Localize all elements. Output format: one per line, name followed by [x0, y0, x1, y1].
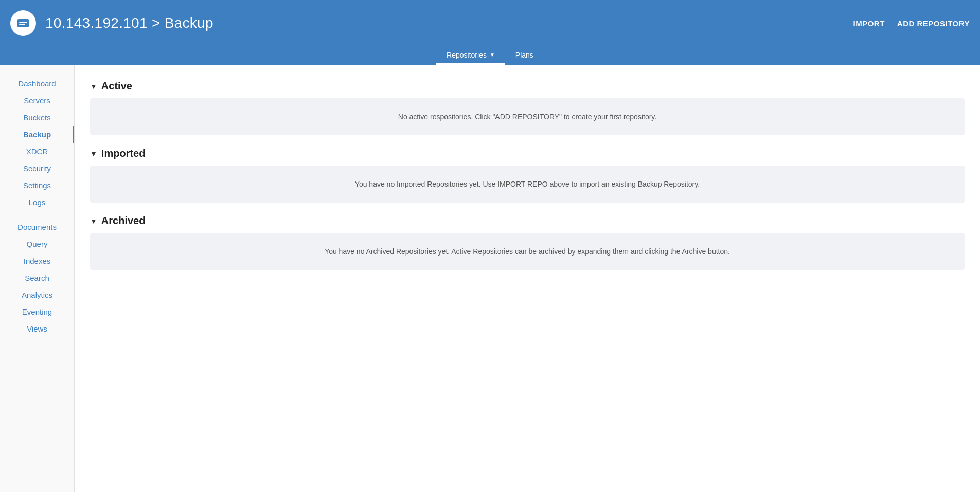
sidebar-divider: [0, 215, 74, 215]
tab-repositories[interactable]: Repositories ▼: [436, 46, 505, 65]
top-bar-actions: IMPORT ADD REPOSITORY: [853, 19, 970, 28]
active-collapse-icon[interactable]: ▼: [90, 82, 97, 90]
sidebar-item-security[interactable]: Security: [0, 160, 74, 177]
active-section: ▼ Active No active respositories. Click …: [90, 80, 965, 135]
sidebar-main-section: Dashboard Servers Buckets Backup XDCR Se…: [0, 75, 74, 211]
logo: [10, 10, 36, 36]
imported-section: ▼ Imported You have no Imported Reposito…: [90, 148, 965, 203]
sidebar-documents-header[interactable]: Documents: [0, 218, 74, 235]
active-empty-box: No active respositories. Click "ADD REPO…: [90, 98, 965, 135]
layout: Dashboard Servers Buckets Backup XDCR Se…: [0, 65, 980, 492]
archived-collapse-icon[interactable]: ▼: [90, 217, 97, 225]
sidebar-item-query[interactable]: Query: [0, 235, 74, 252]
sidebar-item-xdcr[interactable]: XDCR: [0, 143, 74, 160]
add-repository-button[interactable]: ADD REPOSITORY: [897, 19, 970, 28]
sidebar-documents-section: Documents Query Indexes Search Analytics…: [0, 218, 74, 337]
tab-plans[interactable]: Plans: [505, 46, 544, 65]
sidebar-item-views[interactable]: Views: [0, 320, 74, 337]
sidebar-item-dashboard[interactable]: Dashboard: [0, 75, 74, 92]
sidebar-item-backup[interactable]: Backup: [0, 126, 74, 143]
import-button[interactable]: IMPORT: [853, 19, 884, 28]
archived-empty-box: You have no Archived Repositories yet. A…: [90, 233, 965, 270]
sidebar-item-eventing[interactable]: Eventing: [0, 303, 74, 320]
sidebar-item-analytics[interactable]: Analytics: [0, 286, 74, 303]
imported-collapse-icon[interactable]: ▼: [90, 150, 97, 158]
repositories-dropdown-arrow: ▼: [490, 52, 495, 58]
archived-section: ▼ Archived You have no Archived Reposito…: [90, 215, 965, 270]
active-section-header: ▼ Active: [90, 80, 965, 92]
sidebar-item-indexes[interactable]: Indexes: [0, 252, 74, 269]
sub-nav: Repositories ▼ Plans: [0, 46, 980, 65]
sidebar-item-search[interactable]: Search: [0, 269, 74, 286]
active-section-title: Active: [101, 80, 132, 92]
main-content: ▼ Active No active respositories. Click …: [75, 65, 980, 492]
page-title: 10.143.192.101 > Backup: [45, 15, 213, 31]
svg-rect-0: [17, 19, 29, 28]
imported-section-title: Imported: [101, 148, 146, 159]
archived-section-header: ▼ Archived: [90, 215, 965, 227]
sidebar-item-settings[interactable]: Settings: [0, 177, 74, 194]
sidebar-item-logs[interactable]: Logs: [0, 194, 74, 211]
imported-empty-box: You have no Imported Repositories yet. U…: [90, 166, 965, 203]
archived-section-title: Archived: [101, 215, 146, 227]
imported-section-header: ▼ Imported: [90, 148, 965, 159]
sidebar: Dashboard Servers Buckets Backup XDCR Se…: [0, 65, 75, 492]
sidebar-item-buckets[interactable]: Buckets: [0, 109, 74, 126]
sidebar-item-servers[interactable]: Servers: [0, 92, 74, 109]
top-bar: 10.143.192.101 > Backup IMPORT ADD REPOS…: [0, 0, 980, 46]
